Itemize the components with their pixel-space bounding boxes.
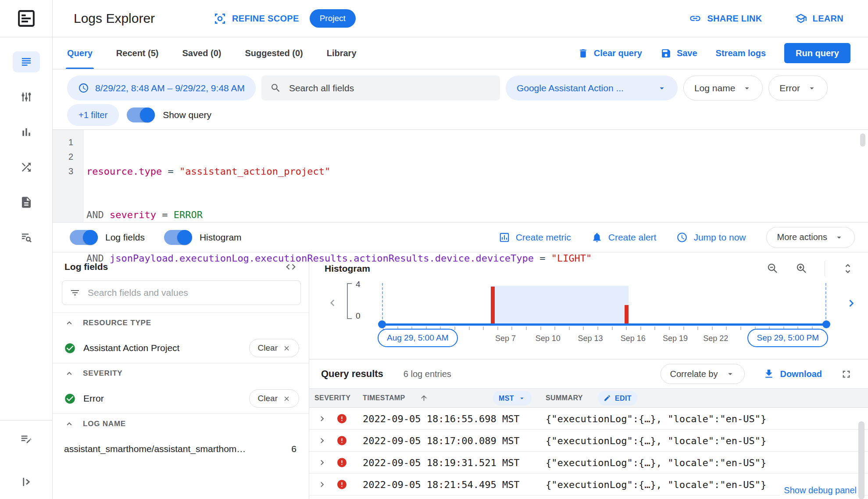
range-start-pill[interactable]: Aug 29, 5:00 AM xyxy=(378,329,458,347)
severity-dropdown[interactable]: Error xyxy=(768,75,828,101)
zoom-out-icon[interactable] xyxy=(767,262,779,275)
resource-filter-chip[interactable]: Google Assistant Action ... xyxy=(506,75,678,101)
tab-library[interactable]: Library xyxy=(315,37,368,69)
col-timestamp[interactable]: TIMESTAMP xyxy=(363,394,405,402)
expand-row-icon[interactable] xyxy=(317,457,327,467)
severity-label: Error xyxy=(779,83,800,93)
zoom-in-icon[interactable] xyxy=(796,262,808,275)
tab-query[interactable]: Query xyxy=(55,37,104,69)
show-debug-panel-link[interactable]: Show debug panel xyxy=(779,485,857,495)
log-summary: {"executionLog":{…}, "locale":"en-US"} xyxy=(546,435,766,446)
tab-saved[interactable]: Saved (0) xyxy=(171,37,233,69)
log-name-value: assistant_smarthome/assistant_smarthom… xyxy=(64,444,246,454)
timeline-track[interactable] xyxy=(382,323,826,326)
field-value-row[interactable]: assistant_smarthome/assistant_smarthom… … xyxy=(53,434,309,464)
query-code[interactable]: resource.type = "assistant_action_projec… xyxy=(84,130,592,222)
project-badge-label: Project xyxy=(320,14,346,23)
nav-expand-panel[interactable] xyxy=(13,471,40,492)
clock-icon xyxy=(676,232,688,243)
fullscreen-icon[interactable] xyxy=(840,368,852,380)
log-entry-row[interactable]: 2022-09-05 18:17:00.089 MST {"executionL… xyxy=(309,430,868,452)
expand-row-icon[interactable] xyxy=(317,479,327,489)
error-severity-icon xyxy=(336,457,347,468)
share-link-button[interactable]: SHARE LINK xyxy=(689,12,762,25)
chevron-down-icon xyxy=(742,83,752,93)
sort-ascending-icon[interactable] xyxy=(420,394,428,402)
check-circle-icon xyxy=(64,342,76,354)
tab-recent[interactable]: Recent (5) xyxy=(104,37,171,69)
scope-project-badge[interactable]: Project xyxy=(310,9,356,28)
section-heading[interactable]: LOG NAME xyxy=(53,414,309,434)
histogram-section: Histogram xyxy=(309,252,868,359)
histogram-bar[interactable] xyxy=(625,305,629,323)
document-icon xyxy=(20,196,33,209)
trash-icon xyxy=(578,48,589,59)
field-value-row[interactable]: Error Clear xyxy=(53,384,309,413)
log-fields-toggle[interactable] xyxy=(70,230,98,245)
range-handle-end[interactable] xyxy=(822,320,830,328)
clear-filter-button[interactable]: Clear xyxy=(249,389,299,408)
log-entry-row[interactable]: 2022-09-05 18:16:55.698 MST {"executionL… xyxy=(309,408,868,430)
timezone-dropdown[interactable]: MST xyxy=(493,391,532,406)
field-value-row[interactable]: Assistant Action Project Clear xyxy=(53,333,309,363)
expand-row-icon[interactable] xyxy=(317,435,327,445)
query-tabbar: Query Recent (5) Saved (0) Suggested (0)… xyxy=(53,37,868,69)
nav-release-notes[interactable] xyxy=(13,428,40,449)
nav-logs-storage[interactable] xyxy=(13,192,40,213)
refine-scope-icon xyxy=(214,13,226,25)
nav-logs-explorer[interactable] xyxy=(13,51,40,72)
code-token: = xyxy=(162,166,179,177)
clear-query-button[interactable]: Clear query xyxy=(578,48,642,59)
unfold-more-icon[interactable] xyxy=(842,262,854,275)
editor-scrollbar[interactable] xyxy=(860,133,865,147)
nav-log-router[interactable] xyxy=(13,157,40,178)
clock-icon xyxy=(78,83,89,93)
range-end-pill[interactable]: Sep 29, 5:00 PM xyxy=(747,329,828,347)
log-entry-row[interactable]: 2022-09-05 18:19:31.521 MST {"executionL… xyxy=(309,452,868,474)
edit-summary-button[interactable]: EDIT xyxy=(598,391,637,406)
tab-suggested[interactable]: Suggested (0) xyxy=(233,37,314,69)
cloud-logging-logo[interactable] xyxy=(0,0,52,37)
query-editor[interactable]: 1 2 3 resource.type = "assistant_action_… xyxy=(53,129,868,223)
refine-scope-button[interactable]: REFINE SCOPE xyxy=(214,13,299,25)
jump-to-now-button[interactable]: Jump to now xyxy=(676,232,746,243)
more-actions-button[interactable]: More actions xyxy=(766,227,855,248)
correlate-by-dropdown[interactable]: Correlate by xyxy=(661,364,745,384)
show-query-toggle[interactable] xyxy=(127,108,155,122)
check-circle-icon xyxy=(64,393,76,405)
download-button[interactable]: Download xyxy=(763,368,822,380)
code-token: AND xyxy=(86,253,110,264)
range-handle-start[interactable] xyxy=(378,320,386,328)
search-all-fields-input[interactable] xyxy=(288,83,491,94)
nav-log-analytics[interactable] xyxy=(13,227,40,248)
clear-filter-button[interactable]: Clear xyxy=(249,339,299,357)
jump-to-now-label: Jump to now xyxy=(693,232,746,243)
create-alert-button[interactable]: Create alert xyxy=(591,232,657,243)
log-name-dropdown[interactable]: Log name xyxy=(683,75,763,101)
log-entries-count: 6 log entries xyxy=(404,369,451,379)
results-scrollbar[interactable] xyxy=(858,421,864,499)
histogram-next-icon[interactable] xyxy=(844,296,858,310)
y-axis-min: 0 xyxy=(356,311,361,321)
section-heading[interactable]: RESOURCE TYPE xyxy=(53,313,309,333)
histogram-selection[interactable] xyxy=(491,286,629,323)
time-range-chip[interactable]: 8/29/22, 8:48 AM – 9/29/22, 9:48 AM xyxy=(67,75,256,101)
search-icon xyxy=(270,83,281,93)
section-heading[interactable]: SEVERITY xyxy=(53,363,309,384)
expand-row-icon[interactable] xyxy=(317,413,327,424)
save-button[interactable]: Save xyxy=(661,48,697,59)
stream-logs-button[interactable]: Stream logs xyxy=(716,48,766,58)
histogram-prev-icon[interactable] xyxy=(326,296,339,309)
edit-label: EDIT xyxy=(615,394,632,402)
nav-log-based-metrics[interactable] xyxy=(13,122,40,143)
more-filters-chip[interactable]: +1 filter xyxy=(67,104,119,126)
logs-explorer-icon xyxy=(20,55,33,68)
histogram-bar[interactable] xyxy=(491,287,495,323)
learn-button[interactable]: LEARN xyxy=(795,12,843,25)
line-number-gutter: 1 2 3 xyxy=(53,130,84,222)
run-query-button[interactable]: Run query xyxy=(784,43,850,63)
cloud-logging-logo-icon xyxy=(16,8,36,29)
histogram-toggle[interactable] xyxy=(164,230,192,245)
nav-logs-dashboard[interactable] xyxy=(13,86,40,108)
search-all-fields[interactable] xyxy=(261,75,500,101)
